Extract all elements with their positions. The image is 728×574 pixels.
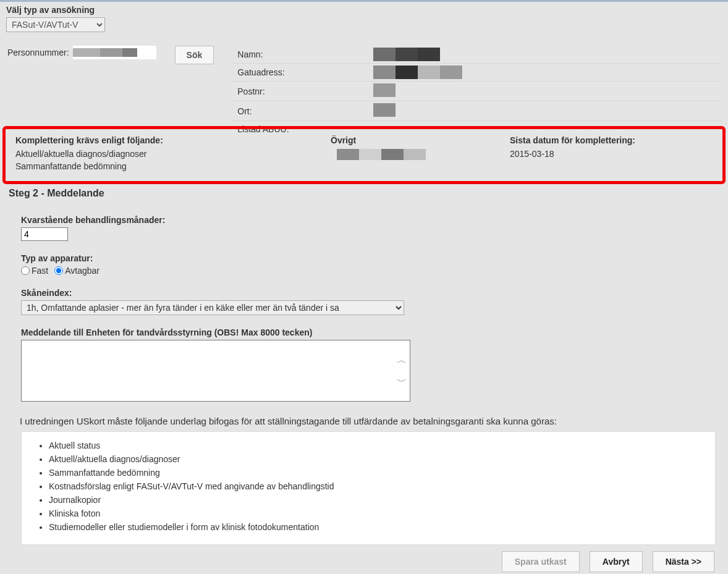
app-type-select[interactable]: FASut-V/AVTut-V [6,17,105,32]
komp-item-2: Sammanfattande bedömning [15,161,318,171]
komp-item-1: Aktuell/aktuella diagnos/diagnoser [15,149,318,159]
cancel-button[interactable]: Avbryt [590,551,643,572]
person-details-table: Namn: Gatuadress: [232,46,722,137]
street-label: Gatuadress: [232,64,368,82]
radio-fast-input[interactable] [21,266,30,275]
apparatus-label: Typ av apparatur: [21,253,716,263]
postal-value [368,82,722,101]
city-label: Ort: [232,101,368,121]
next-button[interactable]: Nästa >> [653,551,714,572]
bullet-item: Studiemodeller eller studiemodeller i fo… [49,522,705,532]
deadline-header: Sista datum för komplettering: [510,135,713,145]
bullet-item: Aktuell status [49,441,705,450]
app-type-label: Välj typ av ansökning [6,5,722,15]
skane-select[interactable]: 1h, Omfattande aplasier - mer än fyra tä… [21,300,404,315]
postal-label: Postnr: [232,82,368,101]
save-draft-button[interactable]: Spara utkast [502,551,580,572]
name-label: Namn: [232,46,368,64]
pnr-input[interactable] [73,46,156,59]
bullet-item: Kostnadsförslag enligt FASut-V/AVTut-V m… [49,481,705,491]
bullet-item: Kliniska foton [49,509,705,518]
search-button[interactable]: Sök [175,46,214,64]
radio-fast[interactable]: Fast [21,266,48,276]
attachments-required-box: Aktuell status Aktuell/aktuella diagnos/… [21,431,716,545]
skane-label: Skåneindex: [21,288,716,298]
bullet-item: Aktuell/aktuella diagnos/diagnoser [49,454,705,464]
deadline-date: 2015-03-18 [510,149,713,159]
komp-header: Komplettering krävs enligt följande: [15,135,318,145]
message-label: Meddelande till Enheten för tandvårdssty… [21,327,716,337]
instructions-text: I utredningen USkort måste följande unde… [20,416,716,426]
city-value [368,101,722,121]
message-textarea[interactable] [21,340,410,402]
bullet-item: Journalkopior [49,495,705,505]
ovrigt-header: Övrigt [331,135,497,145]
radio-avtagbar-input[interactable] [54,266,63,275]
months-label: Kvarstående behandlingsmånader: [21,215,716,225]
completion-required-box: Komplettering krävs enligt följande: Akt… [2,126,726,184]
radio-avtagbar[interactable]: Avtagbar [54,266,99,276]
months-input[interactable] [21,227,68,241]
street-value [368,64,722,82]
name-value [368,46,722,64]
bullet-item: Sammanfattande bedömning [49,468,705,478]
step-title: Steg 2 - Meddelande [9,188,722,199]
pnr-label: Personnummer: [7,48,69,57]
